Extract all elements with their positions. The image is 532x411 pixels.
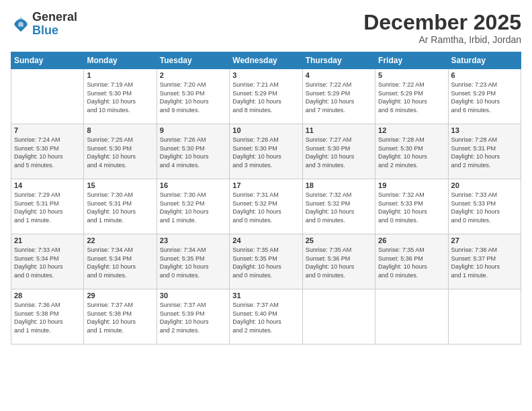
day-cell: 8Sunrise: 7:25 AM Sunset: 5:30 PM Daylig… [84,124,157,179]
day-content: Sunrise: 7:26 AM Sunset: 5:30 PM Dayligh… [160,136,226,169]
day-cell: 20Sunrise: 7:33 AM Sunset: 5:33 PM Dayli… [448,179,521,234]
col-wednesday: Wednesday [230,52,302,69]
day-cell: 7Sunrise: 7:24 AM Sunset: 5:30 PM Daylig… [11,124,84,179]
day-content: Sunrise: 7:37 AM Sunset: 5:39 PM Dayligh… [160,301,226,334]
day-cell: 2Sunrise: 7:20 AM Sunset: 5:30 PM Daylig… [157,69,229,124]
day-cell: 13Sunrise: 7:28 AM Sunset: 5:31 PM Dayli… [448,124,521,179]
day-cell: 29Sunrise: 7:37 AM Sunset: 5:38 PM Dayli… [84,289,157,345]
day-content: Sunrise: 7:24 AM Sunset: 5:30 PM Dayligh… [14,136,81,169]
day-cell: 9Sunrise: 7:26 AM Sunset: 5:30 PM Daylig… [157,124,229,179]
col-saturday: Saturday [448,52,521,69]
day-content: Sunrise: 7:30 AM Sunset: 5:32 PM Dayligh… [160,191,226,224]
day-number: 27 [451,236,518,244]
day-content: Sunrise: 7:34 AM Sunset: 5:34 PM Dayligh… [87,246,153,279]
day-cell: 4Sunrise: 7:22 AM Sunset: 5:29 PM Daylig… [302,69,375,124]
day-cell: 3Sunrise: 7:21 AM Sunset: 5:29 PM Daylig… [230,69,302,124]
day-cell: 10Sunrise: 7:26 AM Sunset: 5:30 PM Dayli… [230,124,302,179]
day-cell: 25Sunrise: 7:35 AM Sunset: 5:36 PM Dayli… [302,234,375,289]
day-content: Sunrise: 7:37 AM Sunset: 5:40 PM Dayligh… [232,301,299,334]
logo-general-text: General [32,11,77,24]
day-cell: 26Sunrise: 7:35 AM Sunset: 5:36 PM Dayli… [375,234,448,289]
day-number: 29 [87,291,153,300]
day-number: 18 [306,181,372,189]
week-row-5: 28Sunrise: 7:36 AM Sunset: 5:38 PM Dayli… [11,289,521,345]
day-number: 8 [87,126,153,134]
day-number: 9 [160,126,226,134]
col-thursday: Thursday [302,52,375,69]
week-row-2: 7Sunrise: 7:24 AM Sunset: 5:30 PM Daylig… [11,124,521,179]
day-cell [11,69,84,124]
day-cell: 16Sunrise: 7:30 AM Sunset: 5:32 PM Dayli… [157,179,229,234]
day-number: 12 [378,126,445,134]
logo-text: General Blue [32,11,77,38]
day-content: Sunrise: 7:28 AM Sunset: 5:30 PM Dayligh… [378,136,445,169]
day-number: 7 [14,126,81,134]
day-content: Sunrise: 7:19 AM Sunset: 5:30 PM Dayligh… [87,81,153,114]
day-cell: 28Sunrise: 7:36 AM Sunset: 5:38 PM Dayli… [11,289,84,345]
day-content: Sunrise: 7:31 AM Sunset: 5:32 PM Dayligh… [232,191,299,224]
day-cell [375,289,448,345]
day-content: Sunrise: 7:29 AM Sunset: 5:31 PM Dayligh… [14,191,81,224]
day-cell: 17Sunrise: 7:31 AM Sunset: 5:32 PM Dayli… [230,179,302,234]
day-number: 10 [232,126,299,134]
day-number: 6 [451,71,518,79]
logo-icon [11,14,31,34]
day-content: Sunrise: 7:22 AM Sunset: 5:29 PM Dayligh… [306,81,372,114]
day-cell: 6Sunrise: 7:23 AM Sunset: 5:29 PM Daylig… [448,69,521,124]
day-number: 31 [232,291,299,300]
day-content: Sunrise: 7:33 AM Sunset: 5:33 PM Dayligh… [451,191,518,224]
day-cell: 15Sunrise: 7:30 AM Sunset: 5:31 PM Dayli… [84,179,157,234]
day-number: 3 [232,71,299,79]
day-content: Sunrise: 7:25 AM Sunset: 5:30 PM Dayligh… [87,136,153,169]
day-cell: 24Sunrise: 7:35 AM Sunset: 5:35 PM Dayli… [230,234,302,289]
day-content: Sunrise: 7:26 AM Sunset: 5:30 PM Dayligh… [232,136,299,169]
day-cell: 21Sunrise: 7:33 AM Sunset: 5:34 PM Dayli… [11,234,84,289]
day-number: 2 [160,71,226,79]
day-content: Sunrise: 7:32 AM Sunset: 5:32 PM Dayligh… [306,191,372,224]
calendar-body: 1Sunrise: 7:19 AM Sunset: 5:30 PM Daylig… [11,69,521,345]
day-cell: 12Sunrise: 7:28 AM Sunset: 5:30 PM Dayli… [375,124,448,179]
logo: General Blue [11,11,77,38]
day-content: Sunrise: 7:20 AM Sunset: 5:30 PM Dayligh… [160,81,226,114]
day-cell: 31Sunrise: 7:37 AM Sunset: 5:40 PM Dayli… [230,289,302,345]
day-number: 1 [87,71,153,79]
day-cell: 27Sunrise: 7:36 AM Sunset: 5:37 PM Dayli… [448,234,521,289]
day-number: 19 [378,181,445,189]
day-content: Sunrise: 7:35 AM Sunset: 5:35 PM Dayligh… [232,246,299,279]
col-tuesday: Tuesday [157,52,229,69]
day-number: 15 [87,181,153,189]
day-cell: 18Sunrise: 7:32 AM Sunset: 5:32 PM Dayli… [302,179,375,234]
day-number: 23 [160,236,226,244]
day-content: Sunrise: 7:37 AM Sunset: 5:38 PM Dayligh… [87,301,153,334]
day-cell: 5Sunrise: 7:22 AM Sunset: 5:29 PM Daylig… [375,69,448,124]
calendar-container: General Blue December 2025 Ar Ramtha, Ir… [0,0,532,411]
col-friday: Friday [375,52,448,69]
day-content: Sunrise: 7:23 AM Sunset: 5:29 PM Dayligh… [451,81,518,114]
day-number: 25 [306,236,372,244]
day-cell: 22Sunrise: 7:34 AM Sunset: 5:34 PM Dayli… [84,234,157,289]
day-cell: 11Sunrise: 7:27 AM Sunset: 5:30 PM Dayli… [302,124,375,179]
day-cell: 30Sunrise: 7:37 AM Sunset: 5:39 PM Dayli… [157,289,229,345]
day-number: 11 [306,126,372,134]
col-sunday: Sunday [11,52,84,69]
day-cell [448,289,521,345]
calendar-header: Sunday Monday Tuesday Wednesday Thursday… [11,52,521,69]
day-number: 4 [306,71,372,79]
day-content: Sunrise: 7:32 AM Sunset: 5:33 PM Dayligh… [378,191,445,224]
week-row-4: 21Sunrise: 7:33 AM Sunset: 5:34 PM Dayli… [11,234,521,289]
day-content: Sunrise: 7:35 AM Sunset: 5:36 PM Dayligh… [378,246,445,279]
col-monday: Monday [84,52,157,69]
day-content: Sunrise: 7:27 AM Sunset: 5:30 PM Dayligh… [306,136,372,169]
day-number: 28 [14,291,81,300]
day-content: Sunrise: 7:36 AM Sunset: 5:38 PM Dayligh… [14,301,81,334]
day-number: 16 [160,181,226,189]
day-number: 14 [14,181,81,189]
day-cell: 23Sunrise: 7:34 AM Sunset: 5:35 PM Dayli… [157,234,229,289]
header: General Blue December 2025 Ar Ramtha, Ir… [11,11,521,45]
day-cell: 14Sunrise: 7:29 AM Sunset: 5:31 PM Dayli… [11,179,84,234]
day-number: 30 [160,291,226,300]
day-content: Sunrise: 7:22 AM Sunset: 5:29 PM Dayligh… [378,81,445,114]
day-number: 13 [451,126,518,134]
day-content: Sunrise: 7:34 AM Sunset: 5:35 PM Dayligh… [160,246,226,279]
day-number: 26 [378,236,445,244]
